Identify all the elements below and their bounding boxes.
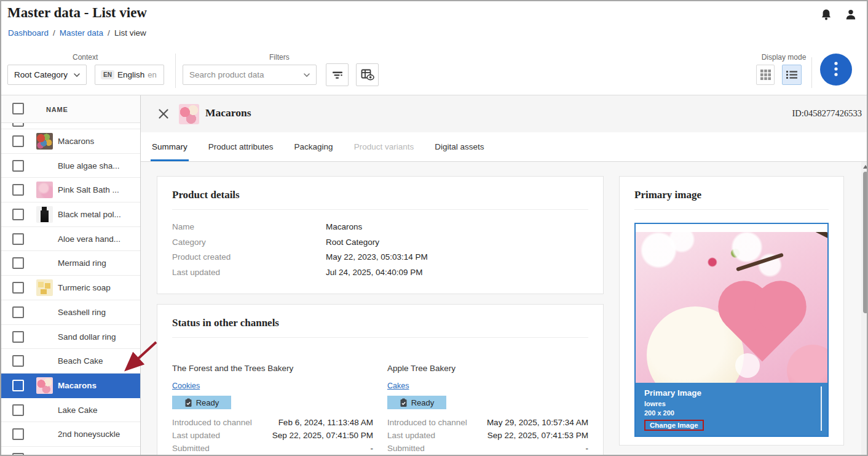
product-list-panel: NAME Macarons Blue algae sha... Pink Sal… xyxy=(1,95,141,456)
search-input[interactable] xyxy=(189,70,300,79)
product-thumbnail xyxy=(36,279,53,296)
row-checkbox[interactable] xyxy=(12,282,24,294)
image-dimensions: 200 x 200 xyxy=(644,409,819,417)
row-checkbox[interactable] xyxy=(12,257,24,269)
breadcrumb-item[interactable]: Dashboard xyxy=(8,28,49,38)
channel-detail-row: Last updated Sep 22, 2025, 07:41:50 PM xyxy=(172,430,373,442)
channel-name: Apple Tree Bakery xyxy=(387,364,588,373)
row-checkbox[interactable] xyxy=(12,233,24,245)
list-item[interactable]: Seashell ring xyxy=(1,300,140,325)
list-item[interactable]: Pink Salt Bath ... xyxy=(1,178,140,202)
row-checkbox[interactable] xyxy=(12,428,24,440)
channel-row-value: Feb 6, 2024, 11:13:48 AM xyxy=(278,417,373,430)
tab-summary[interactable]: Summary xyxy=(152,132,187,161)
select-all-checkbox[interactable] xyxy=(12,103,24,114)
tab-digital-assets[interactable]: Digital assets xyxy=(435,132,484,161)
list-header: NAME xyxy=(1,95,140,123)
channel-detail-row: Introduced to channel May 29, 2025, 10:5… xyxy=(387,417,588,430)
tab-product-attributes[interactable]: Product attributes xyxy=(208,132,274,161)
row-checkbox[interactable] xyxy=(12,380,24,391)
list-view-button[interactable] xyxy=(782,65,802,85)
breadcrumb-separator: / xyxy=(108,28,110,38)
detail-row: Last updated Jul 24, 2025, 04:40:09 PM xyxy=(172,265,588,281)
row-checkbox[interactable] xyxy=(12,135,24,147)
detail-row-value: Root Category xyxy=(326,235,379,250)
filters-label: Filters xyxy=(269,53,290,62)
detail-row-value: Macarons xyxy=(326,220,362,235)
column-settings-button[interactable] xyxy=(356,63,379,86)
list-item[interactable]: Black metal pol... xyxy=(1,202,140,227)
list-item[interactable]: Aloe vera hand... xyxy=(1,227,140,252)
scrollbar-up-arrow[interactable] xyxy=(863,165,868,169)
filter-button[interactable] xyxy=(326,63,349,86)
clipboard-check-icon xyxy=(400,398,408,407)
list-item[interactable]: Blue algae sha... xyxy=(1,154,140,178)
product-name: Pink Salt Bath ... xyxy=(58,178,119,202)
row-checkbox[interactable] xyxy=(12,355,24,367)
list-item-partial[interactable] xyxy=(1,123,140,129)
row-checkbox[interactable] xyxy=(12,453,24,456)
breadcrumb-item[interactable]: Master data xyxy=(60,28,103,38)
category-dropdown[interactable]: Root Category xyxy=(7,65,87,85)
detail-row-label: Last updated xyxy=(172,265,326,281)
channel-category-link[interactable]: Cakes xyxy=(387,382,409,390)
channel-row-value: Sep 22, 2025, 07:41:50 PM xyxy=(272,430,373,442)
breadcrumb-item: List view xyxy=(114,28,146,38)
name-column-header: NAME xyxy=(46,106,68,113)
grid-view-button[interactable] xyxy=(756,65,775,85)
product-thumbnail xyxy=(36,231,53,247)
more-actions-button[interactable] xyxy=(820,54,852,86)
channel-row-label: Introduced to channel xyxy=(387,417,467,430)
notifications-bell-icon[interactable] xyxy=(819,7,834,22)
kebab-menu-icon xyxy=(833,60,839,79)
product-thumbnail xyxy=(36,158,53,174)
product-thumbnail xyxy=(36,377,53,394)
scrollbar-thumb[interactable] xyxy=(863,172,868,313)
row-checkbox[interactable] xyxy=(12,160,24,172)
breadcrumb: Dashboard/Master data/List view xyxy=(8,28,146,38)
list-item[interactable]: Macarons xyxy=(1,129,140,154)
row-checkbox[interactable] xyxy=(12,404,24,416)
product-name: Mermaid ring xyxy=(58,251,106,276)
list-item[interactable]: Turmeric soap xyxy=(1,276,140,300)
product-thumbnail xyxy=(36,182,53,198)
product-search[interactable] xyxy=(183,65,317,85)
close-icon[interactable] xyxy=(158,108,169,119)
product-name: Macarons xyxy=(58,374,97,398)
primary-image-tile[interactable]: Primary Image lowres 200 x 200 Change Im… xyxy=(634,223,829,437)
divider xyxy=(634,209,829,210)
channel-row-value: May 29, 2025, 10:57:34 AM xyxy=(487,417,588,430)
channel-category-link[interactable]: Cookies xyxy=(172,382,200,390)
toolbar-divider xyxy=(811,57,812,88)
product-details-card: Product details Name Macarons Category R… xyxy=(157,176,604,294)
pink-macaron xyxy=(787,345,827,383)
filter-icon xyxy=(331,70,344,81)
toolbar-divider xyxy=(175,54,176,88)
change-image-button[interactable]: Change Image xyxy=(644,420,704,431)
list-item[interactable]: Macarons xyxy=(1,374,140,398)
tab-packaging[interactable]: Packaging xyxy=(294,132,333,161)
list-item[interactable]: Lake Cake xyxy=(1,398,140,423)
tab-product-variants: Product variants xyxy=(354,132,414,161)
row-checkbox[interactable] xyxy=(12,331,24,343)
list-item[interactable]: Mermaid ring xyxy=(1,251,140,276)
divider xyxy=(172,337,588,338)
vertical-scrollbar[interactable] xyxy=(861,162,868,456)
row-checkbox[interactable] xyxy=(12,306,24,318)
card-title: Status in other channels xyxy=(172,317,588,329)
list-view-icon xyxy=(786,70,797,79)
list-item-partial[interactable] xyxy=(1,447,140,456)
list-item[interactable]: Beach Cake xyxy=(1,349,140,374)
row-checkbox[interactable] xyxy=(12,184,24,196)
language-dropdown[interactable]: EN English en xyxy=(95,65,164,85)
content-area: NAME Macarons Blue algae sha... Pink Sal… xyxy=(1,95,867,456)
list-item[interactable]: Sand dollar ring xyxy=(1,325,140,350)
row-checkbox[interactable] xyxy=(12,209,24,220)
list-item[interactable]: 2nd honeysuckle xyxy=(1,422,140,447)
divider xyxy=(172,209,588,210)
row-checkbox[interactable] xyxy=(12,123,24,127)
user-profile-icon[interactable] xyxy=(843,7,858,22)
detail-row-label: Product created xyxy=(172,250,326,265)
breadcrumb-separator: / xyxy=(53,28,55,38)
detail-row: Category Root Category xyxy=(172,235,588,250)
